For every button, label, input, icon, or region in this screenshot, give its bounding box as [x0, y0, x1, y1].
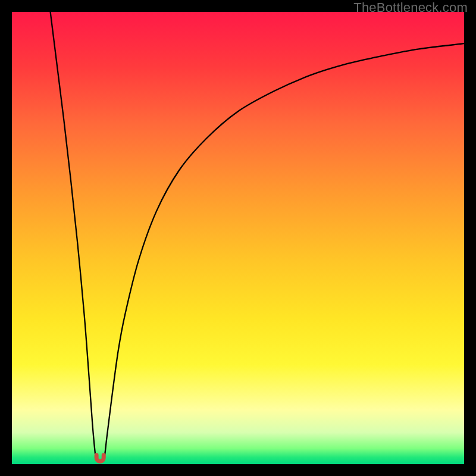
plot-area [12, 12, 464, 464]
watermark-text: TheBottleneck.com [353, 0, 468, 15]
gradient-background [12, 12, 464, 464]
chart-frame: TheBottleneck.com [0, 0, 476, 476]
chart-svg [12, 12, 464, 464]
